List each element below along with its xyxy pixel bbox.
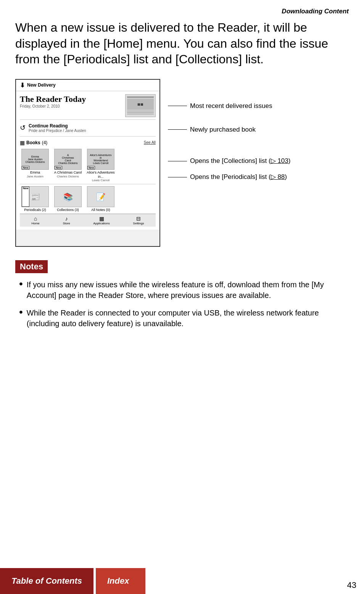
nav-applications[interactable]: ▦ Applications [93,216,110,225]
note-text-2: While the Reader is connected to your co… [27,307,349,329]
new-badge-alice: New [87,166,95,169]
continue-label: Continue Reading [29,123,86,129]
book-cover-emma: EmmaJane AustenCharles Dickens New [21,149,49,170]
annotation-label-1: Most recent delivered issues [190,102,272,110]
annotation-4: Opens the [Periodicals] list (▷ 88) [168,173,345,181]
thumb-line-2 [127,111,154,111]
divider-2 [20,136,156,137]
nav-store[interactable]: ♪ Store [63,216,70,225]
reader-title: The Reader Today [20,94,86,104]
list-item-1: • If you miss any new issues while the w… [15,279,349,301]
book-author-emma: Jane Austen [27,175,43,178]
book-item-alice: Alice's AdventuresinWonderlandLewis Carr… [85,149,116,182]
book-cover-carol: AChristmasCarolCharles Dickens New [54,149,82,170]
annotation-line-3 [168,161,187,161]
nav-store-label: Store [63,222,70,225]
book-cover-alice: Alice's AdventuresinWonderlandLewis Carr… [87,149,114,170]
books-label: Books [26,140,40,145]
periodicals-item: New 📰 Periodicals (2) [20,186,50,212]
nav-settings[interactable]: ⊟ Settings [133,216,144,225]
device-home: The Reader Today Friday, October 2, 2010… [16,91,159,230]
book-item-emma: EmmaJane AustenCharles Dickens New Emma … [20,149,50,182]
new-badge-carol: New [55,166,62,169]
book-item-carol: AChristmasCarolCharles Dickens New A Chr… [53,149,83,182]
list-item-2: • While the Reader is connected to your … [15,307,349,329]
bullet-2: • [19,307,23,317]
nav-applications-label: Applications [93,222,110,225]
header-section: Downloading Content [15,8,349,15]
annotation-3: Opens the [Collections] list (▷ 103) [168,157,345,165]
page-wrapper: Downloading Content When a new issue is … [0,0,364,594]
annotation-label-2: Newly purchased book [190,126,256,134]
allnotes-cover: 📝 [87,186,114,207]
annotation-line-4 [168,177,187,177]
device-screenshot: ⬇ New Delivery The Reader Today Friday, … [15,79,160,247]
note-text-1: If you miss any new issues while the wir… [27,279,349,301]
annotation-label-3: Opens the [Collections] list (▷ 103) [190,157,290,165]
settings-icon: ⊟ [136,216,141,222]
periodicals-cover: New 📰 [21,186,49,207]
nav-settings-label: Settings [133,222,144,225]
nav-home-label: Home [31,222,39,225]
collections-cover: 📚 [54,186,82,207]
device-date: Friday, October 2, 2010 [20,104,86,108]
books-icon: ▦ [20,140,25,146]
footer-toc[interactable]: Table of Contents [0,568,93,594]
delivery-label: New Delivery [27,82,56,88]
new-badge-periodicals: New [22,187,29,207]
see-all-link[interactable]: See All [144,140,156,145]
home-icon: ⌂ [34,216,37,222]
notes-list: • If you miss any new issues while the w… [15,279,349,329]
footer-index[interactable]: Index [96,568,145,594]
continue-icon: ↺ [20,124,26,132]
header-title: Downloading Content [282,8,349,15]
periodicals-title: Periodicals (2) [24,208,46,212]
annotation-label-4: Opens the [Periodicals] list (▷ 88) [190,173,287,181]
continue-reading: ↺ Continue Reading Pride and Prejudice /… [20,122,156,134]
index-label: Index [107,576,129,586]
thumb-line-1 [127,97,154,98]
footer-right: 43 [145,568,364,594]
thumb-line-3 [127,112,154,113]
notes-header: Notes [15,260,48,273]
annotation-line-1 [168,106,187,106]
collections-title: Collections (3) [57,208,79,212]
continue-sub: Pride and Prejudice / Jane Austen [29,129,86,133]
collections-item: 📚 Collections (3) [53,186,83,212]
toc-label: Table of Contents [11,576,82,586]
delivery-icon: ⬇ [20,82,25,89]
newspaper-thumb: ▦▦ [125,94,156,117]
device-annotation-container: ⬇ New Delivery The Reader Today Friday, … [15,79,349,247]
annotation-2: Newly purchased book [168,126,345,134]
annotation-line-2 [168,129,187,130]
thumb-img: ▦▦ [127,98,154,110]
annotation-1: Most recent delivered issues [168,102,345,110]
book-author-alice: Lewis Carroll [92,179,110,182]
book-title-alice: Alice's Adventures in... [85,171,116,179]
applications-icon: ▦ [99,216,104,222]
collections-row: New 📰 Periodicals (2) 📚 Collections (3) [20,186,156,212]
book-author-carol: Charles Dickens [57,175,79,178]
book-title-carol: A Christmas Carol [54,171,82,175]
books-count: (4) [42,140,48,145]
book-title-emma: Emma [30,171,40,175]
divider-3 [20,184,156,184]
bullet-1: • [19,278,23,289]
page-number: 43 [347,580,356,590]
allnotes-title: All Notes (0) [91,208,110,212]
device-top-bar: ⬇ New Delivery [16,80,159,91]
intro-text: When a new issue is delivered to the Rea… [15,20,349,68]
books-row: EmmaJane AustenCharles Dickens New Emma … [20,149,156,182]
store-icon: ♪ [65,216,68,222]
title-area: The Reader Today Friday, October 2, 2010… [20,94,156,117]
divider-1 [20,119,156,120]
footer: Table of Contents Index 43 [0,568,364,594]
nav-home[interactable]: ⌂ Home [31,216,39,225]
annotations-side: Most recent delivered issues Newly purch… [160,79,349,193]
notes-section: Notes • If you miss any new issues while… [15,260,349,329]
books-title-row: ▦ Books (4) [20,140,47,146]
new-badge-emma: New [22,166,29,169]
device-bottom-nav: ⌂ Home ♪ Store ▦ Applications ⊟ Settings [20,214,156,227]
books-section-header: ▦ Books (4) See All [20,138,156,147]
allnotes-item: 📝 All Notes (0) [85,186,116,212]
